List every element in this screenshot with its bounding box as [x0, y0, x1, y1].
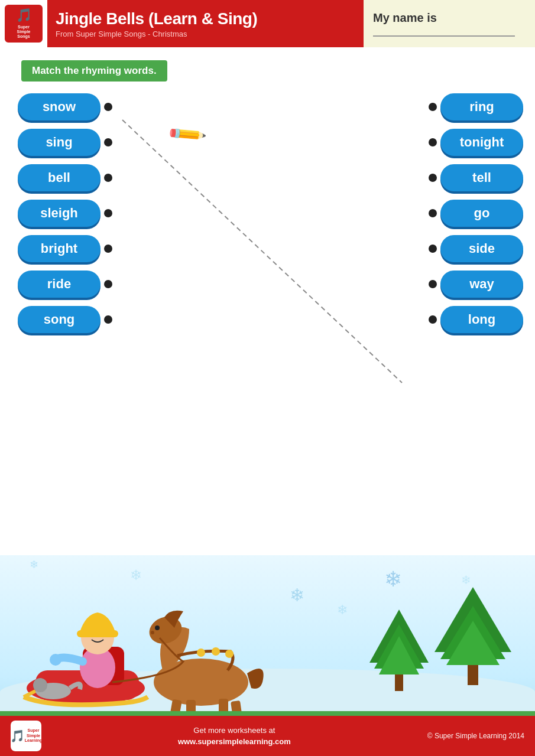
pill-tonight[interactable]: tonight [440, 129, 523, 156]
girl-hat [80, 612, 115, 632]
dot-tonight [429, 138, 437, 146]
pill-ring[interactable]: ring [440, 93, 523, 120]
word-item-bright[interactable]: bright [18, 235, 116, 262]
word-item-side[interactable]: side [425, 235, 523, 262]
word-item-sing[interactable]: sing [18, 129, 116, 156]
footer: 🎵 SuperSimpleLearning Get more worksheet… [0, 716, 535, 756]
instruction-text: Match the rhyming words. [32, 65, 157, 76]
horse-eye [155, 625, 160, 630]
name-box: My name is [364, 0, 535, 47]
bell-1 [197, 649, 205, 657]
footer-green-bar [0, 711, 535, 716]
tree-2-layer1 [446, 621, 500, 665]
dot-go [429, 209, 437, 217]
tree-1-trunk [395, 674, 403, 691]
pill-bright[interactable]: bright [18, 235, 100, 262]
sleigh-animal-head [33, 678, 47, 692]
dot-way [429, 280, 437, 288]
pill-side[interactable]: side [440, 235, 523, 262]
tree-2-trunk [468, 665, 478, 685]
header-title-area: Jingle Bells (Learn & Sing) From Super S… [47, 0, 364, 47]
word-item-go[interactable]: go [425, 200, 523, 227]
page: 🎵 SuperSimpleSongs Jingle Bells (Learn &… [0, 0, 535, 756]
word-item-snow[interactable]: snow [18, 93, 116, 120]
dot-tell [429, 174, 437, 182]
name-label: My name is [373, 11, 437, 25]
horse-nostril [151, 631, 154, 634]
tree-2 [435, 587, 511, 685]
word-item-long[interactable]: long [425, 306, 523, 333]
bell-2 [212, 647, 220, 656]
dot-sleigh [104, 209, 112, 217]
pill-snow[interactable]: snow [18, 93, 100, 120]
instruction-bar: Match the rhyming words. [21, 60, 167, 82]
pill-sleigh[interactable]: sleigh [18, 200, 100, 227]
pill-long[interactable]: long [440, 306, 523, 333]
bell-3 [225, 650, 234, 658]
word-item-sleigh[interactable]: sleigh [18, 200, 116, 227]
dot-sing [104, 138, 112, 146]
snowflake-3: ❄ [337, 602, 348, 618]
tree-1-layer1 [379, 636, 419, 674]
header-logo-area: 🎵 SuperSimpleSongs [0, 0, 47, 47]
footer-logo-icon: 🎵 [10, 729, 25, 743]
right-words-column: ring tonight tell go side way [425, 93, 523, 333]
pill-way[interactable]: way [440, 271, 523, 298]
pill-go[interactable]: go [440, 200, 523, 227]
dot-ride [104, 280, 112, 288]
footer-center: Get more worksheets at www.supersimplele… [178, 725, 291, 748]
dot-long [429, 315, 437, 324]
word-item-ride[interactable]: ride [18, 271, 116, 298]
word-item-way[interactable]: way [425, 271, 523, 298]
pill-ride[interactable]: ride [18, 271, 100, 298]
footer-website-line2: www.supersimplelearning.com [178, 736, 291, 748]
logo-text: SuperSimpleSongs [17, 25, 31, 40]
dot-side [429, 245, 437, 253]
word-item-tell[interactable]: tell [425, 164, 523, 191]
footer-copyright: © Super Simple Learning 2014 [427, 732, 524, 740]
snowflake-5: ❄ [461, 573, 471, 587]
dot-ring [429, 103, 437, 111]
sleigh-scene-svg [6, 564, 301, 718]
logo-icon: 🎵 [16, 8, 32, 23]
word-item-bell[interactable]: bell [18, 164, 116, 191]
word-item-tonight[interactable]: tonight [425, 129, 523, 156]
horse-tail [247, 669, 264, 689]
girl-arm-left [58, 657, 83, 662]
instruction-bar-wrapper: Match the rhyming words. [11, 54, 524, 87]
left-words-column: snow sing bell sleigh bright ride [18, 93, 116, 333]
dot-song [104, 315, 112, 324]
pill-bell[interactable]: bell [18, 164, 100, 191]
pill-tell[interactable]: tell [440, 164, 523, 191]
footer-website-line1: Get more worksheets at [178, 725, 291, 737]
main-content: ✏️ snow sing bell sleigh bright [0, 87, 535, 536]
logo-box: 🎵 SuperSimpleSongs [4, 4, 44, 44]
dot-bell [104, 174, 112, 182]
snow-to-go-line [122, 120, 402, 383]
footer-logo: 🎵 SuperSimpleLearning [11, 721, 41, 751]
name-line [373, 35, 515, 37]
dot-snow [104, 103, 112, 111]
word-item-ring[interactable]: ring [425, 93, 523, 120]
tree-group [369, 587, 511, 691]
footer-logo-text: SuperSimpleLearning [25, 728, 43, 743]
page-title: Jingle Bells (Learn & Sing) [56, 9, 364, 28]
pencil-icon: ✏️ [166, 113, 207, 155]
girl-mitten [50, 654, 61, 666]
page-subtitle: From Super Simple Songs - Christmas [56, 30, 364, 38]
pill-sing[interactable]: sing [18, 129, 100, 156]
header: 🎵 SuperSimpleSongs Jingle Bells (Learn &… [0, 0, 535, 47]
pill-song[interactable]: song [18, 306, 100, 333]
dot-bright [104, 245, 112, 253]
girl-hat-brim [77, 630, 118, 637]
word-item-song[interactable]: song [18, 306, 116, 333]
tree-1 [369, 610, 429, 691]
footer-logo-box: 🎵 SuperSimpleLearning [11, 721, 41, 751]
